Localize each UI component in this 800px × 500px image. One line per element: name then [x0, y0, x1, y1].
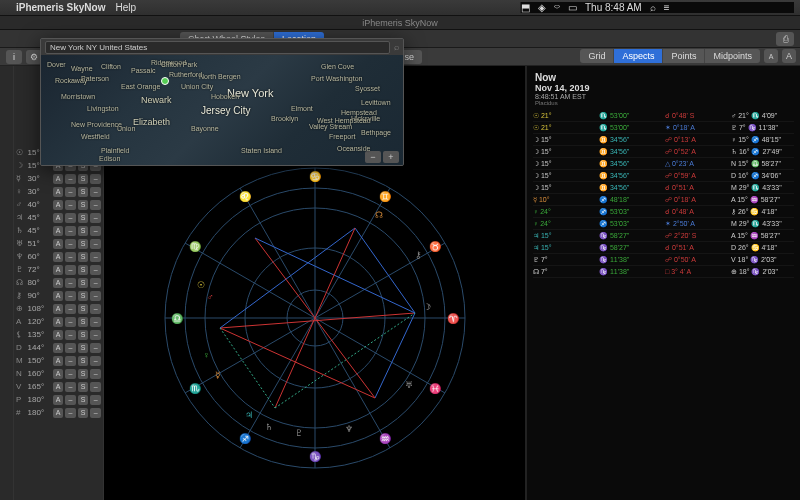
print-button[interactable]: ⎙: [776, 32, 794, 46]
row-dash-button[interactable]: –: [65, 187, 76, 197]
row-a-button[interactable]: A: [53, 291, 64, 301]
row-dash-button[interactable]: –: [65, 330, 76, 340]
row-a-button[interactable]: A: [53, 356, 64, 366]
row-dash-button[interactable]: –: [65, 408, 76, 418]
row-a-button[interactable]: A: [53, 226, 64, 236]
row-dash2-button[interactable]: –: [90, 278, 101, 288]
row-s-button[interactable]: S: [78, 330, 89, 340]
row-dash2-button[interactable]: –: [90, 239, 101, 249]
dropbox-icon[interactable]: ⬒: [521, 2, 530, 13]
row-s-button[interactable]: S: [78, 252, 89, 262]
row-s-button[interactable]: S: [78, 200, 89, 210]
row-a-button[interactable]: A: [53, 252, 64, 262]
map-search-input[interactable]: [45, 41, 390, 54]
help-menu[interactable]: Help: [115, 2, 136, 13]
clock[interactable]: Thu 8:48 AM: [585, 2, 642, 13]
row-dash2-button[interactable]: –: [90, 304, 101, 314]
row-s-button[interactable]: S: [78, 265, 89, 275]
right-panel-tabs[interactable]: Grid Aspects Points Midpoints: [580, 49, 760, 63]
search-icon[interactable]: ⌕: [394, 42, 399, 52]
row-s-button[interactable]: S: [78, 369, 89, 379]
aspect-cell: D 16° ♐ 34'06": [731, 172, 793, 180]
row-dash-button[interactable]: –: [65, 317, 76, 327]
row-dash2-button[interactable]: –: [90, 187, 101, 197]
row-dash2-button[interactable]: –: [90, 382, 101, 392]
row-a-button[interactable]: A: [53, 213, 64, 223]
row-a-button[interactable]: A: [53, 369, 64, 379]
tab-midpoints[interactable]: Midpoints: [705, 49, 760, 63]
row-s-button[interactable]: S: [78, 317, 89, 327]
row-a-button[interactable]: A: [53, 239, 64, 249]
row-a-button[interactable]: A: [53, 382, 64, 392]
row-dash-button[interactable]: –: [65, 343, 76, 353]
tab-grid[interactable]: Grid: [580, 49, 614, 63]
row-s-button[interactable]: S: [78, 395, 89, 405]
row-dash2-button[interactable]: –: [90, 213, 101, 223]
row-s-button[interactable]: S: [78, 239, 89, 249]
row-s-button[interactable]: S: [78, 174, 89, 184]
app-menu[interactable]: iPhemeris SkyNow: [16, 2, 105, 13]
row-s-button[interactable]: S: [78, 356, 89, 366]
row-dash-button[interactable]: –: [65, 200, 76, 210]
map-area[interactable]: New York Jersey City Newark Elizabeth − …: [41, 55, 403, 166]
row-s-button[interactable]: S: [78, 213, 89, 223]
font-smaller-button[interactable]: A: [764, 49, 778, 63]
row-a-button[interactable]: A: [53, 343, 64, 353]
tab-points[interactable]: Points: [663, 49, 705, 63]
row-dash2-button[interactable]: –: [90, 395, 101, 405]
map-zoom-in-button[interactable]: +: [383, 151, 399, 163]
row-dash-button[interactable]: –: [65, 356, 76, 366]
font-larger-button[interactable]: A: [782, 49, 796, 63]
row-s-button[interactable]: S: [78, 226, 89, 236]
row-dash2-button[interactable]: –: [90, 408, 101, 418]
battery-icon[interactable]: ▭: [568, 2, 577, 13]
row-dash-button[interactable]: –: [65, 382, 76, 392]
row-s-button[interactable]: S: [78, 278, 89, 288]
row-a-button[interactable]: A: [53, 278, 64, 288]
row-dash-button[interactable]: –: [65, 252, 76, 262]
row-dash2-button[interactable]: –: [90, 330, 101, 340]
row-a-button[interactable]: A: [53, 408, 64, 418]
row-dash2-button[interactable]: –: [90, 317, 101, 327]
row-s-button[interactable]: S: [78, 187, 89, 197]
row-s-button[interactable]: S: [78, 343, 89, 353]
row-dash-button[interactable]: –: [65, 213, 76, 223]
row-dash-button[interactable]: –: [65, 369, 76, 379]
row-dash2-button[interactable]: –: [90, 291, 101, 301]
row-a-button[interactable]: A: [53, 317, 64, 327]
row-s-button[interactable]: S: [78, 382, 89, 392]
row-dash2-button[interactable]: –: [90, 174, 101, 184]
row-dash-button[interactable]: –: [65, 291, 76, 301]
row-a-button[interactable]: A: [53, 200, 64, 210]
tab-aspects[interactable]: Aspects: [614, 49, 663, 63]
map-zoom-out-button[interactable]: −: [365, 151, 381, 163]
row-dash2-button[interactable]: –: [90, 226, 101, 236]
wifi-icon[interactable]: ⌔: [554, 2, 560, 13]
row-a-button[interactable]: A: [53, 395, 64, 405]
row-s-button[interactable]: S: [78, 304, 89, 314]
row-dash2-button[interactable]: –: [90, 356, 101, 366]
row-dash-button[interactable]: –: [65, 174, 76, 184]
row-dash2-button[interactable]: –: [90, 369, 101, 379]
row-s-button[interactable]: S: [78, 291, 89, 301]
row-a-button[interactable]: A: [53, 174, 64, 184]
row-dash-button[interactable]: –: [65, 278, 76, 288]
row-dash-button[interactable]: –: [65, 304, 76, 314]
row-a-button[interactable]: A: [53, 330, 64, 340]
info-button[interactable]: i: [6, 50, 22, 64]
row-dash-button[interactable]: –: [65, 265, 76, 275]
row-dash2-button[interactable]: –: [90, 200, 101, 210]
search-icon[interactable]: ⌕: [650, 2, 656, 13]
row-s-button[interactable]: S: [78, 408, 89, 418]
row-dash-button[interactable]: –: [65, 226, 76, 236]
row-a-button[interactable]: A: [53, 304, 64, 314]
menu-icon[interactable]: ≡: [664, 2, 670, 13]
row-dash2-button[interactable]: –: [90, 252, 101, 262]
row-dash2-button[interactable]: –: [90, 343, 101, 353]
row-a-button[interactable]: A: [53, 187, 64, 197]
row-a-button[interactable]: A: [53, 265, 64, 275]
row-dash2-button[interactable]: –: [90, 265, 101, 275]
row-dash-button[interactable]: –: [65, 239, 76, 249]
row-dash-button[interactable]: –: [65, 395, 76, 405]
shield-icon[interactable]: ◈: [538, 2, 546, 13]
